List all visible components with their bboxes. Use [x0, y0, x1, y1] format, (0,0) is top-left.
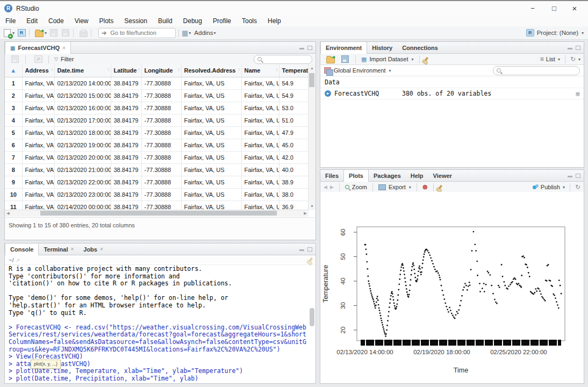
column-header-resolved-address[interactable]: Resolved.Address↕: [181, 64, 241, 77]
minimize-pane-icon[interactable]: [299, 48, 304, 49]
filter-button[interactable]: Filter: [61, 56, 74, 62]
goto-directory-icon[interactable]: ↗: [16, 257, 20, 263]
menu-item-debug[interactable]: Debug: [178, 17, 207, 25]
console-scrollbar-thumb[interactable]: [310, 308, 314, 326]
menu-item-file[interactable]: File: [0, 17, 21, 25]
filter-icon[interactable]: ▽: [54, 56, 58, 62]
addins-menu[interactable]: Addins: [194, 30, 213, 36]
list-view-button[interactable]: List: [546, 56, 555, 62]
clear-console-icon[interactable]: [309, 257, 313, 262]
pane-layout-icon[interactable]: ▦: [182, 29, 188, 37]
addins-caret-icon[interactable]: ▾: [214, 31, 216, 35]
minimize-pane-icon[interactable]: [568, 48, 572, 49]
project-selector[interactable]: R Project: (None) ▾: [526, 29, 584, 37]
menu-item-profile[interactable]: Profile: [207, 17, 236, 25]
pane-layout-caret-icon[interactable]: ▾: [189, 31, 191, 35]
clear-environment-icon[interactable]: [424, 56, 428, 62]
table-row[interactable]: 10Fairfax, VA, US02/13/2020 23:00:0038.8…: [5, 188, 308, 200]
table-vertical-scrollbar[interactable]: ▲ ▼: [308, 64, 315, 210]
column-header-latitude[interactable]: Latitude↕: [111, 64, 141, 77]
publish-caret-icon[interactable]: ▾: [563, 185, 565, 190]
minimize-button[interactable]: −: [524, 1, 542, 15]
table-row[interactable]: 3Fairfax, VA, US02/13/2020 16:00:0038.84…: [5, 102, 308, 114]
close-tab-icon[interactable]: ×: [62, 45, 66, 51]
scroll-right-icon[interactable]: ▶: [302, 210, 309, 217]
tab-console[interactable]: Console: [5, 243, 39, 255]
sort-icon[interactable]: ↕: [51, 67, 53, 72]
tab-history[interactable]: History: [367, 42, 397, 53]
sort-asc-icon[interactable]: ▲: [5, 64, 22, 77]
zoom-button[interactable]: Zoom: [352, 184, 367, 190]
sort-icon[interactable]: ↕: [276, 67, 278, 72]
open-file-caret-icon[interactable]: ▾: [45, 31, 47, 35]
scroll-down-icon[interactable]: ▼: [309, 203, 315, 210]
table-horizontal-scrollbar[interactable]: ◀ ▶: [5, 210, 309, 217]
tab-help[interactable]: Help: [406, 170, 428, 181]
sort-icon[interactable]: ↕: [238, 67, 240, 72]
table-row[interactable]: 5Fairfax, VA, US02/13/2020 18:00:0038.84…: [5, 126, 308, 139]
sort-icon[interactable]: ↕: [107, 67, 110, 72]
table-search-box[interactable]: [254, 55, 312, 64]
remove-plot-icon[interactable]: ⊗: [422, 183, 428, 191]
minimize-pane-icon[interactable]: [299, 249, 304, 251]
import-dataset-caret-icon[interactable]: ▾: [412, 57, 414, 62]
environment-object-row[interactable]: ▶ ForecastVCHQ 380 obs. of 20 variables …: [320, 88, 584, 99]
table-row[interactable]: 2Fairfax, VA, US02/13/2020 15:00:0038.84…: [5, 89, 308, 102]
scroll-left-icon[interactable]: ◀: [5, 210, 11, 217]
export-caret-icon[interactable]: ▾: [409, 185, 411, 190]
scope-caret-icon[interactable]: ▾: [389, 68, 391, 73]
open-file-icon[interactable]: ➜: [34, 28, 44, 38]
scrollbar-thumb[interactable]: [309, 73, 314, 87]
menu-item-plots[interactable]: Plots: [94, 17, 119, 25]
popout-window-icon[interactable]: ↗: [33, 55, 43, 64]
table-row[interactable]: 1Fairfax, VA, US02/13/2020 14:00:0038.84…: [5, 77, 308, 89]
tab-packages[interactable]: Packages: [369, 170, 406, 181]
new-file-caret-icon[interactable]: ▾: [12, 31, 15, 35]
column-header-longitude[interactable]: Longitude↕: [141, 64, 181, 77]
expand-object-icon[interactable]: ▶: [325, 90, 331, 97]
new-file-icon[interactable]: +: [2, 28, 12, 38]
tab-jobs[interactable]: Jobs×: [78, 243, 108, 255]
sort-icon[interactable]: ↕: [305, 67, 307, 72]
menu-item-help[interactable]: Help: [262, 17, 286, 25]
maximize-pane-icon[interactable]: [307, 46, 312, 50]
object-name[interactable]: ForecastVCHQ: [334, 90, 399, 97]
refresh-caret-icon[interactable]: ▾: [578, 57, 580, 62]
table-row[interactable]: 8Fairfax, VA, US02/13/2020 21:00:0038.84…: [5, 163, 308, 176]
data-table[interactable]: ▲Address↕Date.time↕Latitude↕Longitude↕Re…: [5, 64, 315, 210]
maximize-pane-icon[interactable]: [576, 46, 580, 50]
scroll-up-icon[interactable]: ▲: [309, 65, 315, 71]
sort-icon[interactable]: ↕: [178, 67, 180, 72]
tab-viewer[interactable]: Viewer: [428, 170, 457, 181]
refresh-icon[interactable]: ↻: [570, 55, 576, 63]
menu-item-session[interactable]: Session: [119, 17, 153, 25]
goto-file-function-input[interactable]: [109, 29, 173, 37]
maximize-button[interactable]: □: [545, 1, 563, 15]
table-row[interactable]: 11Fairfax, VA, US02/14/2020 00:00:0038.8…: [5, 200, 308, 210]
export-button[interactable]: Export: [389, 184, 406, 190]
view-table-icon[interactable]: ▦: [576, 90, 579, 97]
menu-item-build[interactable]: Build: [153, 17, 178, 25]
load-workspace-icon[interactable]: ➜: [326, 55, 335, 64]
column-header-address[interactable]: Address↕: [22, 64, 54, 77]
import-dataset-button[interactable]: Import Dataset: [369, 56, 408, 62]
table-row[interactable]: 4Fairfax, VA, US02/13/2020 17:00:0038.84…: [5, 114, 308, 126]
table-row[interactable]: 9Fairfax, VA, US02/13/2020 22:00:0038.84…: [5, 176, 308, 188]
sort-icon[interactable]: ↕: [138, 67, 140, 72]
new-project-icon[interactable]: R: [17, 28, 26, 38]
menu-item-code[interactable]: Code: [43, 17, 69, 25]
tab-plots[interactable]: Plots: [343, 170, 369, 182]
menu-item-edit[interactable]: Edit: [21, 17, 43, 25]
maximize-pane-icon[interactable]: [307, 247, 312, 252]
environment-search-box[interactable]: [493, 66, 580, 75]
tab-terminal[interactable]: Terminal×: [39, 243, 78, 255]
scrollbar-thumb[interactable]: [40, 211, 277, 216]
goto-file-function-box[interactable]: ➔: [98, 28, 176, 38]
refresh-plot-icon[interactable]: ↻: [575, 183, 580, 191]
environment-scope-select[interactable]: Global Environment: [334, 67, 386, 74]
menu-item-tools[interactable]: Tools: [236, 17, 262, 25]
tab-environment[interactable]: Environment: [320, 42, 367, 54]
tab-forecastvchq[interactable]: ▦ ForecastVCHQ ×: [5, 42, 71, 54]
save-workspace-icon[interactable]: [340, 55, 350, 64]
maximize-pane-icon[interactable]: [576, 174, 580, 178]
